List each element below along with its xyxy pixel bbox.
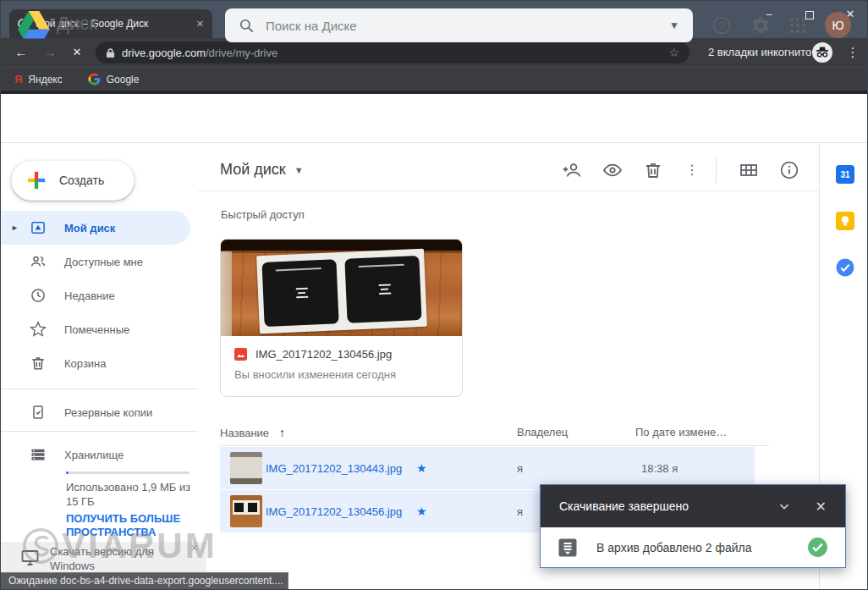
column-header-owner[interactable]: Владелец xyxy=(517,426,568,438)
sidebar-item-trash[interactable]: Корзина xyxy=(1,346,190,380)
create-button-label: Создать xyxy=(59,174,104,187)
settings-gear-icon[interactable] xyxy=(750,15,771,36)
drive-logo-icon[interactable] xyxy=(18,11,50,42)
stop-loading-button[interactable]: ✕ xyxy=(67,38,87,67)
photo-detail xyxy=(344,256,421,323)
trash-icon xyxy=(30,355,47,372)
photo-detail xyxy=(221,251,232,336)
sidebar-item-label: Корзина xyxy=(64,357,107,370)
google-icon xyxy=(88,73,101,85)
location-title[interactable]: Мой диск ▼ xyxy=(220,161,304,179)
delete-trash-icon[interactable] xyxy=(643,160,663,180)
google-apps-grid-icon[interactable] xyxy=(788,15,808,36)
location-caret-icon[interactable]: ▼ xyxy=(294,165,304,175)
back-button[interactable]: ← xyxy=(11,38,31,67)
file-modified: 18:38 я xyxy=(641,462,678,475)
list-header-divider xyxy=(220,445,769,446)
account-avatar[interactable]: Ю xyxy=(825,12,851,38)
file-owner: я xyxy=(517,462,523,475)
incognito-icon xyxy=(812,42,832,63)
create-button[interactable]: Создать xyxy=(11,160,135,201)
preview-eye-icon[interactable] xyxy=(602,160,623,180)
sidebar-item-storage[interactable]: Хранилище xyxy=(1,438,190,471)
sidebar-item-recent[interactable]: Недавние xyxy=(1,278,190,312)
sidebar-item-label: Резервные копии xyxy=(64,406,152,419)
info-icon[interactable] xyxy=(779,160,799,180)
storage-usage-text: Использовано 1,9 МБ из 15 ГБ xyxy=(66,480,198,509)
url-domain: drive.google.com xyxy=(122,47,206,59)
bookmark-yandex[interactable]: Я Яндекс xyxy=(14,73,63,85)
bookmark-label: Яндекс xyxy=(28,74,62,85)
upgrade-storage-link[interactable]: ПОЛУЧИТЬ БОЛЬШЕ ПРОСТРАНСТВА xyxy=(66,512,212,539)
tasks-icon[interactable] xyxy=(836,258,854,277)
storage-progress-fill xyxy=(66,471,69,474)
starred-icon: ★ xyxy=(416,461,427,475)
quick-access-card[interactable]: IMG_20171202_130456.jpg Вы вносили измен… xyxy=(220,239,463,397)
browser-toolbar: ← → ✕ drive.google.com/drive/my-drive ☆ … xyxy=(1,38,867,67)
file-name: IMG_20171202_130456.jpg xyxy=(266,505,402,518)
search-options-caret-icon[interactable]: ▼ xyxy=(669,19,679,31)
yandex-icon: Я xyxy=(14,73,22,85)
browser-menu-icon[interactable]: ⋮ xyxy=(843,38,863,67)
sidebar-item-my-drive[interactable]: ► Мой диск xyxy=(1,211,190,245)
table-row[interactable]: IMG_20171202_130443.jpg ★ я 18:38 я xyxy=(220,447,755,489)
incognito-tabs-label: 2 вкладки инкогнито xyxy=(708,38,811,67)
starred-icon: ★ xyxy=(416,505,427,518)
drive-header xyxy=(1,94,867,143)
sidebar-divider xyxy=(1,431,198,432)
search-icon xyxy=(239,18,255,34)
download-app-banner: Скачать версию для Windows ✕ xyxy=(1,542,206,575)
url-path: /drive/my-drive xyxy=(206,47,277,59)
card-note: Вы вносили изменения сегодня xyxy=(221,361,462,381)
quick-access-thumbnail xyxy=(221,240,462,336)
download-app-label[interactable]: Скачать версию для Windows xyxy=(50,544,177,573)
column-header-name[interactable]: Название ↑ xyxy=(220,426,285,439)
keep-icon[interactable] xyxy=(836,212,854,230)
forward-button[interactable]: → xyxy=(40,38,60,67)
content-toolbar-divider xyxy=(198,190,819,191)
tab-close-icon[interactable]: ✕ xyxy=(196,19,204,30)
toast-close-icon[interactable]: ✕ xyxy=(816,499,827,515)
success-check-icon xyxy=(807,537,828,558)
expand-arrow-icon[interactable]: ► xyxy=(11,223,19,232)
bookmark-label: Google xyxy=(107,74,140,85)
people-icon xyxy=(30,253,47,270)
photo-detail xyxy=(261,259,338,327)
sidebar-item-backups[interactable]: Резервные копии xyxy=(1,395,190,429)
sidebar-item-label: Помеченные xyxy=(64,323,129,336)
quick-access-heading: Быстрый доступ xyxy=(221,208,305,221)
multicolor-plus-icon xyxy=(25,169,47,191)
share-add-person-icon[interactable] xyxy=(562,160,582,180)
bookmark-star-icon[interactable]: ☆ xyxy=(668,46,679,59)
sidebar-item-label: Мой диск xyxy=(64,222,115,234)
file-owner: я xyxy=(517,505,523,518)
sidebar-item-starred[interactable]: Помеченные xyxy=(1,312,190,346)
column-header-modified[interactable]: По дате измене… xyxy=(635,426,727,438)
image-file-icon xyxy=(234,348,247,361)
sidebar-item-label: Хранилище xyxy=(64,449,124,461)
browser-window: Мой диск – Google Диск ✕ + – ✕ ← → ✕ dri… xyxy=(0,0,868,590)
search-input[interactable]: Поиск на Диске ▼ xyxy=(225,8,693,42)
help-icon[interactable]: ? xyxy=(711,15,732,36)
bookmark-google[interactable]: Google xyxy=(88,73,140,85)
more-actions-icon[interactable]: ⋮ xyxy=(685,160,699,180)
search-placeholder: Поиск на Диске xyxy=(266,19,357,33)
sidebar-item-shared-with-me[interactable]: Доступные мне xyxy=(1,245,190,278)
my-drive-icon xyxy=(30,219,47,236)
toast-body: В архив добавлено 2 файла xyxy=(541,527,845,567)
svg-text:?: ? xyxy=(719,20,724,30)
calendar-icon[interactable]: 31 xyxy=(836,165,854,184)
card-filename: IMG_20171202_130456.jpg xyxy=(255,348,392,361)
card-file-row: IMG_20171202_130456.jpg xyxy=(221,336,462,361)
sidebar-divider xyxy=(1,389,198,389)
banner-close-icon[interactable]: ✕ xyxy=(190,543,198,554)
storage-progress-bar xyxy=(66,471,190,474)
toast-title: Скачивание завершено xyxy=(559,499,689,513)
column-header-label: Название xyxy=(220,427,269,439)
grid-view-icon[interactable] xyxy=(739,160,759,180)
toast-collapse-chevron-icon[interactable] xyxy=(777,499,792,514)
sidebar-item-label: Доступные мне xyxy=(64,256,143,268)
address-bar[interactable]: drive.google.com/drive/my-drive ☆ xyxy=(96,41,689,63)
calendar-day-label: 31 xyxy=(840,170,849,179)
sort-ascending-icon[interactable]: ↑ xyxy=(279,426,285,439)
